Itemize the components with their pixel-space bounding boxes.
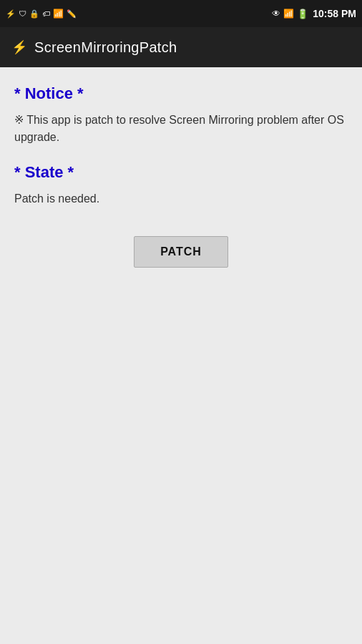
status-bar-right: 👁 📶 🔋 10:58 PM (272, 8, 356, 19)
battery-icon: 🔋 (297, 9, 308, 19)
app-bar: ⚡ ScreenMirroringPatch (0, 27, 362, 67)
state-section: * State * Patch is needed. (14, 163, 348, 208)
app-title: ScreenMirroringPatch (34, 39, 177, 56)
time-display: 10:58 PM (313, 8, 356, 19)
status-icons-left: ⚡ 🛡 🔒 🏷 📶 ✏️ (6, 9, 77, 18)
lock-icon: 🔒 (29, 10, 39, 18)
patch-button[interactable]: PATCH (134, 236, 228, 268)
notice-heading: * Notice * (14, 84, 348, 103)
app-logo-icon: ⚡ (11, 41, 27, 54)
notice-section: * Notice * ※ This app is patch to resolv… (14, 84, 348, 146)
signal-icon: 📶 (283, 9, 294, 18)
state-body: Patch is needed. (14, 190, 348, 208)
state-heading: * State * (14, 163, 348, 182)
tag-icon: 🏷 (42, 10, 50, 18)
pencil-icon: ✏️ (67, 10, 77, 18)
eye-icon: 👁 (272, 9, 280, 18)
usb-icon: ⚡ (6, 10, 16, 18)
status-bar: ⚡ 🛡 🔒 🏷 📶 ✏️ 👁 📶 🔋 10:58 PM (0, 0, 362, 27)
notice-body: ※ This app is patch to resolve Screen Mi… (14, 112, 348, 146)
main-content: * Notice * ※ This app is patch to resolv… (0, 67, 362, 644)
shield-icon: 🛡 (19, 10, 26, 18)
wifi-icon: 📶 (53, 9, 64, 18)
patch-button-container: PATCH (14, 236, 348, 268)
